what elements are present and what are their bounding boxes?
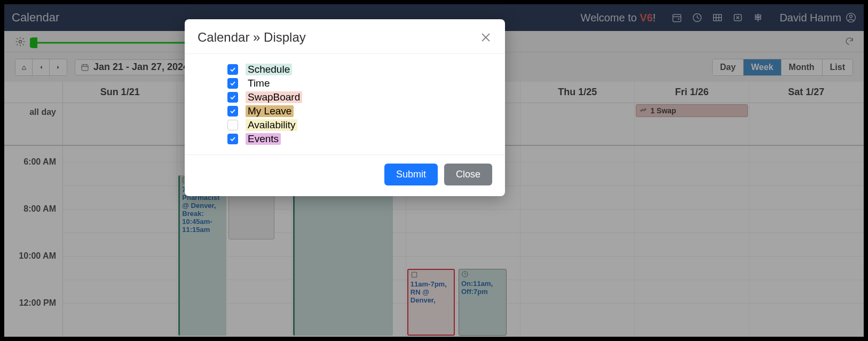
checkbox-events[interactable] bbox=[227, 134, 238, 144]
display-option-swapboard: SwapBoard bbox=[227, 91, 492, 103]
close-button[interactable]: Close bbox=[444, 164, 492, 185]
display-option-events: Events bbox=[227, 133, 492, 145]
display-option-schedule: Schedule bbox=[227, 64, 492, 75]
display-modal: Calendar » Display ScheduleTimeSwapBoard… bbox=[185, 19, 505, 196]
checkbox-swapboard[interactable] bbox=[227, 92, 238, 103]
option-label: Availability bbox=[246, 119, 297, 131]
display-option-availability: Availability bbox=[227, 119, 492, 131]
display-option-time: Time bbox=[227, 78, 492, 89]
submit-button[interactable]: Submit bbox=[384, 164, 438, 185]
modal-title: Calendar » Display bbox=[198, 30, 306, 45]
option-label: SwapBoard bbox=[246, 91, 302, 103]
option-label: Time bbox=[246, 78, 272, 89]
option-label: Schedule bbox=[246, 64, 292, 75]
checkbox-my-leave[interactable] bbox=[227, 106, 238, 117]
checkbox-availability[interactable] bbox=[227, 120, 238, 130]
checkbox-schedule[interactable] bbox=[227, 64, 238, 75]
option-label: My Leave bbox=[246, 105, 294, 117]
close-icon[interactable] bbox=[479, 31, 492, 44]
checkbox-time[interactable] bbox=[227, 78, 238, 89]
display-option-my-leave: My Leave bbox=[227, 105, 492, 117]
option-label: Events bbox=[246, 133, 281, 145]
